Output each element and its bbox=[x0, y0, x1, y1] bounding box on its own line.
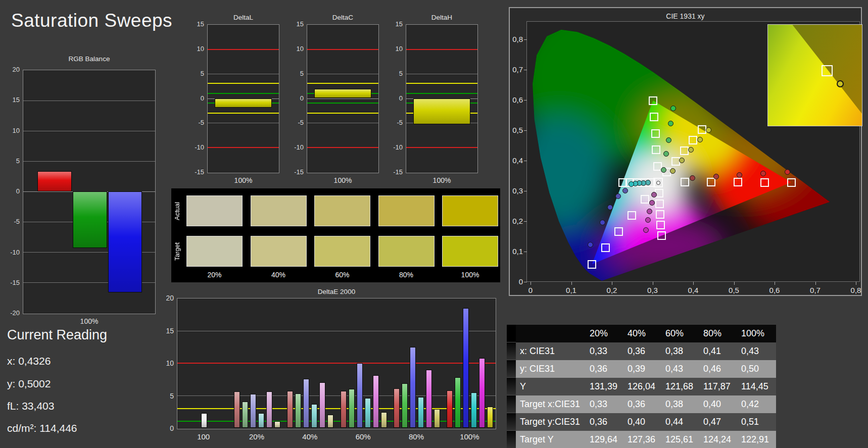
swatch-actual-60% bbox=[314, 195, 370, 226]
deltae-bar-magenta bbox=[266, 391, 272, 428]
deltae-bar-magenta bbox=[373, 375, 379, 428]
table-value-cell: 114,45 bbox=[738, 378, 776, 395]
y-tick-label: 0,6 bbox=[510, 95, 523, 104]
table-value-cell: 124,24 bbox=[700, 431, 738, 448]
deltae-bar-magenta bbox=[319, 382, 325, 428]
axis-tick-label: 10 bbox=[387, 45, 403, 53]
axis-tick-label: -5 bbox=[4, 218, 20, 225]
swatch-comparison-panel: ActualTarget20%40%60%80%100% bbox=[171, 188, 500, 282]
rgb-balance-xlabel: 100% bbox=[23, 317, 156, 325]
deltae2000-title: DeltaE 2000 bbox=[177, 288, 496, 295]
table-value-cell: 126,04 bbox=[624, 378, 662, 395]
cie-inset-out-of-gamut-region bbox=[768, 25, 862, 126]
table-strip-cell bbox=[507, 431, 516, 448]
table-header-label-cell bbox=[516, 325, 587, 342]
swatch-percent-label: 40% bbox=[251, 271, 307, 279]
x-tickmark bbox=[856, 282, 856, 285]
red-limit-line bbox=[208, 49, 279, 50]
deltae-bar-green bbox=[295, 393, 301, 428]
cie-target-square-red bbox=[681, 178, 689, 186]
table-value-cell: 0,44 bbox=[662, 413, 700, 431]
table-value-cell: 0,36 bbox=[587, 413, 624, 431]
deltae-group-label: 100 bbox=[183, 432, 224, 441]
deltae-bar-green bbox=[455, 377, 461, 428]
table-header-cell: 80% bbox=[700, 325, 738, 342]
delta-chart-title: DeltaL bbox=[207, 14, 279, 21]
axis-tick-label: -5 bbox=[287, 119, 304, 126]
cie-target-square-magenta bbox=[657, 231, 666, 240]
cie-target-square-blue bbox=[601, 243, 610, 252]
cie-target-square-green bbox=[650, 113, 658, 121]
y-tick-label: 0,1 bbox=[510, 247, 523, 256]
table-value-cell: 125,61 bbox=[662, 431, 700, 448]
deltal-bar bbox=[215, 98, 272, 108]
deltae-bar-red bbox=[234, 391, 240, 428]
axis-tick-label: 20 bbox=[4, 66, 20, 73]
table-value-cell: 0,33 bbox=[587, 342, 624, 360]
gridline bbox=[177, 331, 496, 331]
axis-tick-label: 0 bbox=[188, 94, 204, 102]
swatch-row-label: Target bbox=[173, 236, 184, 267]
swatch-percent-label: 100% bbox=[442, 271, 498, 279]
deltal-chart bbox=[207, 24, 279, 173]
table-header-cell: 20% bbox=[587, 325, 624, 342]
rgb-balance-title: RGB Balance bbox=[23, 55, 156, 63]
deltae-bar-yellow bbox=[381, 412, 387, 428]
table-value-cell: 0,41 bbox=[700, 342, 738, 360]
cie-target-square-green bbox=[651, 129, 660, 138]
swatch-actual-80% bbox=[378, 195, 435, 226]
saturation-sweeps-view: Saturation Sweeps RGB Balance 100% Curre… bbox=[0, 0, 868, 448]
deltae-bar-yellow bbox=[434, 409, 440, 428]
table-row: Target y:CIE310,360,400,440,470,51 bbox=[507, 413, 776, 431]
table-row: x: CIE310,330,360,380,410,43 bbox=[507, 342, 776, 360]
axis-tick-label: 15 bbox=[158, 327, 174, 335]
table-strip-cell bbox=[507, 413, 516, 431]
delta-chart-xlabel: 100% bbox=[307, 176, 379, 184]
axis-tick-label: -15 bbox=[188, 168, 204, 176]
table-header-cell: 100% bbox=[738, 325, 776, 342]
gridline bbox=[406, 74, 477, 74]
table-value-cell: 0,40 bbox=[700, 395, 738, 413]
y-tick-label: 0,7 bbox=[510, 65, 523, 74]
cie-target-square-yellow bbox=[689, 136, 697, 144]
axis-tick-label: 5 bbox=[287, 70, 304, 77]
axis-tick-label: 15 bbox=[287, 20, 304, 28]
axis-tick-label: -5 bbox=[387, 119, 403, 126]
table-row-label: Y bbox=[516, 378, 587, 395]
y-tick-label: 0,3 bbox=[510, 186, 523, 195]
cie-target-square-yellow bbox=[698, 125, 706, 134]
axis-tick-label: 20 bbox=[158, 294, 174, 302]
cie-inset-measured-dot bbox=[837, 80, 844, 87]
axis-tick-label: 5 bbox=[4, 157, 20, 165]
page-title: Saturation Sweeps bbox=[11, 10, 172, 31]
table-strip-cell bbox=[507, 342, 516, 360]
table-value-cell: 0,46 bbox=[700, 360, 738, 378]
axis-tick-label: 10 bbox=[188, 45, 204, 53]
x-tickmark bbox=[571, 282, 572, 285]
x-tick-label: 0,6 bbox=[765, 286, 784, 294]
swatch-percent-label: 80% bbox=[378, 271, 435, 279]
table-value-cell: 0,43 bbox=[738, 342, 776, 360]
axis-tick-label: -15 bbox=[4, 279, 20, 286]
green-limit-line bbox=[406, 93, 477, 94]
cie-target-square-blue bbox=[588, 260, 596, 269]
y-tickmark bbox=[524, 161, 527, 161]
x-tickmark bbox=[775, 282, 775, 285]
deltae-bar-cyan bbox=[418, 397, 424, 428]
x-tick-label: 0,5 bbox=[725, 286, 743, 294]
y-tick-label: 0,5 bbox=[510, 126, 523, 134]
table-row: Y131,39126,04121,68117,87114,45 bbox=[507, 378, 776, 395]
gridline bbox=[23, 161, 155, 162]
deltae-bar-yellow bbox=[487, 407, 493, 428]
gridline bbox=[307, 74, 378, 74]
red-limit-line bbox=[406, 147, 477, 148]
deltae-bar-yellow bbox=[274, 421, 280, 428]
table-value-cell: 0,33 bbox=[587, 395, 624, 413]
axis-tick-label: -15 bbox=[287, 168, 304, 176]
y-tickmark bbox=[524, 70, 527, 70]
gridline bbox=[208, 123, 279, 123]
swatch-actual-100% bbox=[442, 195, 498, 226]
deltae-bar-blue bbox=[250, 394, 256, 428]
x-tickmark bbox=[612, 282, 612, 285]
table-value-cell: 129,64 bbox=[587, 431, 624, 448]
